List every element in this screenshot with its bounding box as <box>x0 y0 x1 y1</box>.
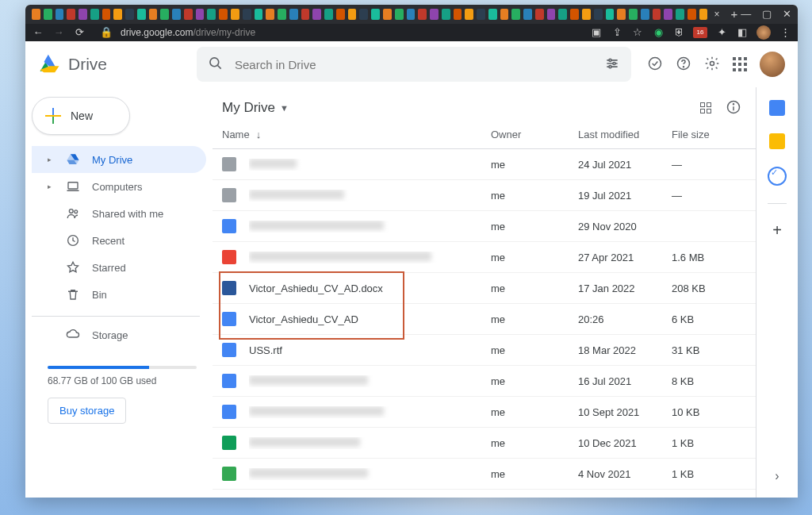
browser-tab[interactable] <box>184 9 193 20</box>
browser-tab[interactable] <box>688 9 696 20</box>
col-modified[interactable]: Last modified <box>578 129 672 140</box>
keep-icon[interactable] <box>769 133 785 149</box>
share-icon[interactable]: ⇪ <box>611 26 623 39</box>
browser-tab[interactable] <box>266 9 274 20</box>
sidebar-item-shared-with-me[interactable]: Shared with me <box>32 200 206 227</box>
browser-tab[interactable] <box>137 9 146 20</box>
nav-forward-icon[interactable]: → <box>52 26 65 39</box>
collapse-panel-icon[interactable]: › <box>775 469 779 483</box>
browser-tab[interactable] <box>79 9 87 20</box>
bookmark-icon[interactable]: ☆ <box>631 26 644 39</box>
browser-tab[interactable] <box>465 9 473 20</box>
new-tab-icon[interactable]: + <box>730 7 737 21</box>
file-row[interactable]: me27 Apr 20211.6 MB <box>213 242 756 273</box>
extension-icon[interactable]: ◉ <box>652 26 665 39</box>
browser-tab[interactable] <box>676 9 684 20</box>
browser-menu-icon[interactable]: ⋮ <box>779 26 791 39</box>
browser-tab[interactable] <box>255 9 263 20</box>
browser-tab[interactable] <box>582 9 591 20</box>
browser-tab[interactable] <box>511 9 520 20</box>
browser-tab[interactable] <box>383 9 392 20</box>
browser-tab[interactable] <box>699 9 708 20</box>
file-row[interactable]: Victor_Ashiedu_CV_AD.docxme17 Jan 202220… <box>213 273 756 304</box>
browser-tab[interactable] <box>348 9 357 20</box>
browser-tab[interactable] <box>558 9 567 20</box>
buy-storage-button[interactable]: Buy storage <box>48 398 126 424</box>
browser-tab[interactable] <box>243 9 251 20</box>
browser-tab[interactable] <box>430 9 439 20</box>
browser-tab[interactable] <box>219 9 228 20</box>
search-input[interactable] <box>233 57 595 72</box>
sidebar-item-starred[interactable]: Starred <box>32 254 206 281</box>
browser-tab[interactable] <box>371 9 380 20</box>
drive-logo[interactable]: Drive <box>38 54 186 75</box>
browser-tab[interactable] <box>278 9 286 20</box>
browser-tab[interactable] <box>67 9 75 20</box>
sidebar-icon[interactable]: ◧ <box>736 26 749 39</box>
browser-tab[interactable] <box>32 9 40 20</box>
ready-offline-icon[interactable] <box>647 56 663 74</box>
browser-tab[interactable] <box>395 9 404 20</box>
file-row[interactable]: me24 Jul 2021— <box>213 149 756 180</box>
browser-tab[interactable] <box>172 9 181 20</box>
support-icon[interactable] <box>676 56 691 74</box>
breadcrumb[interactable]: My Drive ▼ <box>222 100 289 116</box>
browser-tab[interactable] <box>125 9 134 20</box>
col-owner[interactable]: Owner <box>491 129 578 140</box>
browser-tab[interactable] <box>102 9 111 20</box>
account-avatar[interactable] <box>760 52 785 77</box>
browser-tab[interactable] <box>231 9 239 20</box>
extensions-menu-icon[interactable]: ✦ <box>715 26 728 39</box>
sidebar-item-my-drive[interactable]: ▸My Drive <box>32 146 206 173</box>
browser-tab[interactable] <box>301 9 310 20</box>
browser-tab[interactable] <box>160 9 169 20</box>
extension-badge[interactable]: 16 <box>693 27 707 38</box>
close-tab-icon[interactable]: × <box>714 9 719 20</box>
nav-back-icon[interactable]: ← <box>32 26 44 39</box>
file-row[interactable]: USS.rtfme18 Mar 202231 KB <box>213 335 756 366</box>
new-button[interactable]: New <box>32 97 130 135</box>
sidebar-item-storage[interactable]: Storage <box>32 321 206 348</box>
browser-tab[interactable] <box>442 9 450 20</box>
browser-tab[interactable] <box>477 9 485 20</box>
browser-tab[interactable] <box>454 9 462 20</box>
browser-tab[interactable] <box>617 9 626 20</box>
file-row[interactable]: me10 Dec 20211 KB <box>213 428 756 459</box>
window-maximize-icon[interactable]: ▢ <box>762 8 772 20</box>
nav-reload-icon[interactable]: ⟳ <box>73 26 86 39</box>
file-row[interactable]: me4 Nov 20211 KB <box>213 459 756 490</box>
sidebar-item-computers[interactable]: ▸Computers <box>32 173 206 200</box>
browser-tab[interactable] <box>312 9 321 20</box>
browser-tab[interactable] <box>641 9 649 20</box>
file-row[interactable]: me19 Jul 2021— <box>213 180 756 211</box>
calendar-icon[interactable] <box>769 100 785 116</box>
browser-tab[interactable] <box>594 9 603 20</box>
browser-tab[interactable] <box>547 9 556 20</box>
window-close-icon[interactable]: ✕ <box>783 8 791 20</box>
browser-tab[interactable] <box>324 9 333 20</box>
address-bar[interactable]: drive.google.com/drive/my-drive <box>121 27 255 38</box>
file-row[interactable]: me10 Sept 202110 KB <box>213 397 756 428</box>
col-name[interactable]: Name ↓ <box>222 129 491 140</box>
sidebar-item-bin[interactable]: Bin <box>32 281 206 308</box>
google-apps-icon[interactable] <box>733 57 747 71</box>
tasks-icon[interactable] <box>768 167 787 186</box>
profile-avatar-icon[interactable] <box>756 25 771 40</box>
browser-tab[interactable] <box>196 9 205 20</box>
search-bar[interactable] <box>197 47 631 82</box>
browser-tab[interactable] <box>629 9 638 20</box>
settings-icon[interactable] <box>704 56 720 74</box>
layout-grid-icon[interactable] <box>700 102 711 113</box>
browser-tab[interactable] <box>664 9 672 20</box>
col-size[interactable]: File size <box>672 129 741 140</box>
browser-tab[interactable] <box>535 9 544 20</box>
browser-tab[interactable] <box>407 9 416 20</box>
install-app-icon[interactable]: ▣ <box>590 26 603 39</box>
browser-tab[interactable] <box>653 9 661 20</box>
browser-tab[interactable] <box>523 9 532 20</box>
shield-icon[interactable]: ⛨ <box>672 26 685 39</box>
window-minimize-icon[interactable]: — <box>741 8 751 20</box>
browser-tab[interactable] <box>90 9 99 20</box>
file-row[interactable]: me29 Nov 2020 <box>213 211 756 242</box>
addons-plus-icon[interactable]: + <box>772 221 782 240</box>
